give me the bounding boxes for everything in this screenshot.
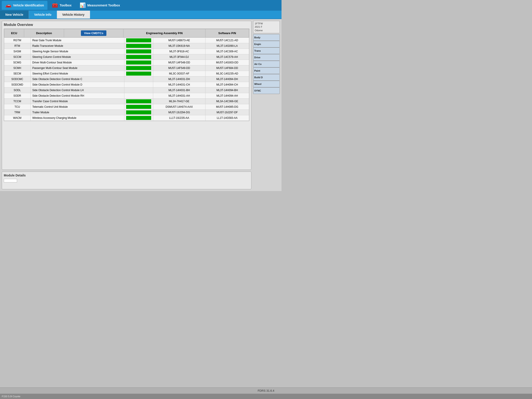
cell-ecu: WACM xyxy=(4,115,31,121)
tab-vehicle-history-label: Vehicle History xyxy=(62,13,84,16)
tab-vehicle-info[interactable]: Vehicle Info xyxy=(29,11,57,19)
cell-status xyxy=(124,110,153,115)
col-header-sw-pn: Software P/N xyxy=(205,29,249,38)
cell-sw-pn: ML3T-14H094-DH xyxy=(205,76,249,82)
cell-ecu: SODL xyxy=(4,88,31,93)
table-row[interactable]: SCMHPassenger Multi-Contour Seat ModuleM… xyxy=(4,65,249,71)
cell-sw-pn: ML3T-14H094-CH xyxy=(205,82,249,88)
table-row[interactable]: TCCMTransfer Case Control ModuleML3A-7H4… xyxy=(4,99,249,104)
module-overview-section: Module Overview ECU Description View CMD… xyxy=(2,21,251,170)
table-row[interactable]: SCMGDriver Multi-Contour Seat ModuleMU5T… xyxy=(4,60,249,65)
cell-sw-pn: ML3T-14H094-AH xyxy=(205,93,249,99)
table-scroll-area[interactable]: RGTMRear Gate Trunk ModuleMU5T-14B673-AE… xyxy=(4,38,249,121)
right-btn-body[interactable]: Body xyxy=(253,34,280,41)
cell-desc: Passenger Multi-Contour Seat Module xyxy=(30,65,124,71)
cell-status xyxy=(124,93,153,99)
tab-toolbox[interactable]: 🧰 Toolbox xyxy=(48,1,75,10)
cell-sw-pn: ML3T-14G090-LA xyxy=(205,43,249,49)
status-green-bar xyxy=(126,116,151,120)
cell-ecu: SCMG xyxy=(4,60,31,65)
right-btn-build[interactable]: Build D xyxy=(253,74,280,81)
status-green-bar xyxy=(126,61,151,64)
cell-sw-pn: LL1T-14G583-AA xyxy=(205,115,249,121)
right-btn-airco[interactable]: Air Co xyxy=(253,61,280,67)
right-buttons-container: BodyEnginTransDriveAir CoPaintBuild DWhe… xyxy=(253,34,280,94)
cell-ecu: RGTM xyxy=(4,38,31,43)
cell-eng-pn: MU5T-14B673-AE xyxy=(153,38,205,43)
right-btn-drive[interactable]: Drive xyxy=(253,54,280,61)
cell-eng-pn: MU5T-14F548-DD xyxy=(153,60,205,65)
table-row[interactable]: SODCMCSide Obstacle Detection Control Mo… xyxy=(4,76,249,82)
module-details-section: Module Details xyxy=(2,171,251,189)
cell-sw-pn: ML3C-14G235-AD xyxy=(205,71,249,76)
right-btn-paint[interactable]: Paint xyxy=(253,67,280,74)
table-header-row: ECU Description View CMDTCs Engineering … xyxy=(4,29,249,38)
cell-desc: Driver Multi-Contour Seat Module xyxy=(30,60,124,65)
main-content: Module Overview ECU Description View CMD… xyxy=(0,19,282,191)
cell-status xyxy=(124,49,153,54)
right-btn-sync[interactable]: SYNC xyxy=(253,87,280,94)
cell-ecu: SECM xyxy=(4,71,31,76)
cell-ecu: SODR xyxy=(4,93,31,99)
cell-status xyxy=(124,43,153,49)
status-green-bar xyxy=(126,44,151,48)
module-table-container: ECU Description View CMDTCs Engineering … xyxy=(4,29,249,121)
cell-status xyxy=(124,65,153,71)
right-btn-wheel[interactable]: Wheel xyxy=(253,81,280,87)
cell-eng-pn: MU5T-14F549-DD xyxy=(153,65,205,71)
table-row[interactable]: SCCMSteering Column Control ModuleML3T-3… xyxy=(4,54,249,60)
table-row[interactable]: WACMWireless Accessory Charging ModuleLL… xyxy=(4,115,249,121)
status-empty-bar xyxy=(126,94,151,98)
table-row[interactable]: SODRSide Obstacle Detection Control Modu… xyxy=(4,93,249,99)
table-row[interactable]: TCUTelematic Control Unit ModuleDSMU5T-1… xyxy=(4,104,249,110)
table-row[interactable]: SODCMDSide Obstacle Detection Control Mo… xyxy=(4,82,249,88)
cell-desc: Rear Gate Trunk Module xyxy=(30,38,124,43)
right-btn-trans[interactable]: Trans xyxy=(253,47,280,54)
table-row[interactable]: SASMSteering Angle Sensor ModuleML3T-3F8… xyxy=(4,49,249,54)
cell-sw-pn: ML3T-14C309-AC xyxy=(205,49,249,54)
cell-desc: Trailer Module xyxy=(30,110,124,115)
cell-eng-pn: ML3T-15K619-NA xyxy=(153,43,205,49)
cell-status xyxy=(124,60,153,65)
cell-status xyxy=(124,104,153,110)
module-overview-title: Module Overview xyxy=(4,23,249,27)
cell-ecu: SCCM xyxy=(4,54,31,60)
cell-desc: Steering Effort Control Module xyxy=(30,71,124,76)
left-panel: Module Overview ECU Description View CMD… xyxy=(2,21,251,189)
cell-eng-pn: ML3C-3G537-AF xyxy=(153,71,205,76)
tab-vehicle-identification[interactable]: 🚗 Vehicle Identification xyxy=(2,1,47,10)
tab-new-vehicle[interactable]: New Vehicle xyxy=(0,11,29,19)
cell-ecu: TRM xyxy=(4,110,31,115)
cell-status xyxy=(124,88,153,93)
col-header-cmdtcs: View CMDTCs xyxy=(64,29,123,38)
top-nav-bar: 🚗 Vehicle Identification 🧰 Toolbox 📊 Mea… xyxy=(0,0,282,11)
cell-desc: Transfer Case Control Module xyxy=(30,99,124,104)
table-row[interactable]: RGTMRear Gate Trunk ModuleMU5T-14B673-AE… xyxy=(4,38,249,43)
tab-new-vehicle-label: New Vehicle xyxy=(5,13,23,16)
cell-desc: Radio Transceiver Module xyxy=(30,43,124,49)
cell-eng-pn: ML3T-14H031-AH xyxy=(153,93,205,99)
tab-vehicle-history[interactable]: Vehicle History xyxy=(57,11,90,19)
vin-line1: 1FTFW xyxy=(255,22,278,25)
cell-ecu: RTM xyxy=(4,43,31,49)
module-data-table: RGTMRear Gate Trunk ModuleMU5T-14B673-AE… xyxy=(4,38,249,121)
odometer-line: Odome xyxy=(255,29,278,32)
cell-desc: Telematic Control Unit Module xyxy=(30,104,124,110)
status-green-bar xyxy=(126,38,151,42)
right-panel: 1FTFW 2021 F Odome BodyEnginTransDriveAi… xyxy=(253,21,280,189)
status-green-bar xyxy=(126,50,151,53)
view-cmdtcs-button[interactable]: View CMDTCs xyxy=(81,30,106,36)
table-row[interactable]: RTMRadio Transceiver ModuleML3T-15K619-N… xyxy=(4,43,249,49)
table-row[interactable]: TRMTrailer ModuleMU5T-19J294-DGMU5T-19J2… xyxy=(4,110,249,115)
cell-desc: Side Obstacle Detection Control Module L… xyxy=(30,88,124,93)
right-btn-engine[interactable]: Engin xyxy=(253,41,280,47)
table-row[interactable]: SECMSteering Effort Control ModuleML3C-3… xyxy=(4,71,249,76)
table-row[interactable]: SODLSide Obstacle Detection Control Modu… xyxy=(4,88,249,93)
status-green-bar xyxy=(126,72,151,76)
cell-status xyxy=(124,82,153,88)
cell-eng-pn: ML3T-3F944-DJ xyxy=(153,54,205,60)
tab-measurement-label: Measurement Toolbox xyxy=(87,4,120,7)
tab-measurement-toolbox[interactable]: 📊 Measurement Toolbox xyxy=(76,1,124,10)
cell-status xyxy=(124,115,153,121)
cell-sw-pn: ML3T-14H094-BH xyxy=(205,88,249,93)
